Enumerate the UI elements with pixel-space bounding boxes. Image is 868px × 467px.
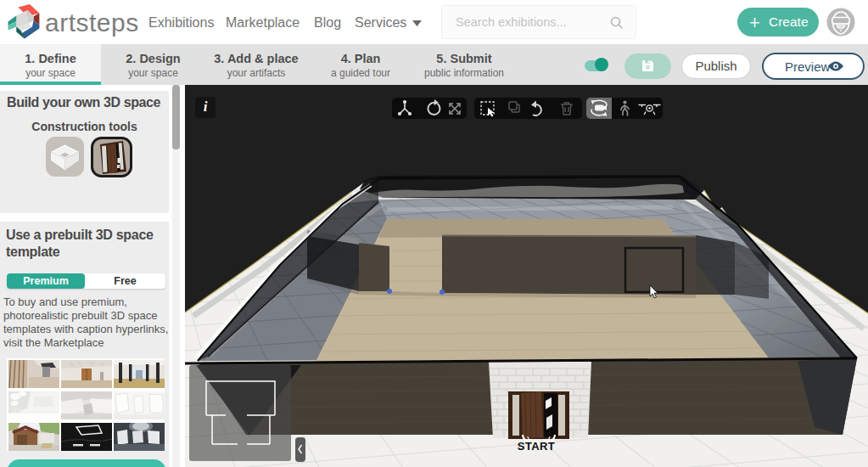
svg-text:START: START <box>518 440 555 453</box>
